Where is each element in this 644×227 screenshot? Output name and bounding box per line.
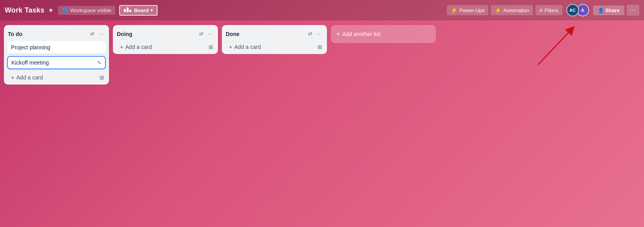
list-done: Done ⇄ ··· + Add a card ⊞: [222, 25, 327, 54]
plus-icon: +: [336, 31, 340, 38]
board-title: Work Tasks: [5, 6, 44, 14]
card-template-icon[interactable]: ⊞: [209, 44, 213, 50]
board-icon: [124, 7, 132, 13]
app-header: Work Tasks ★ 🌐 Workspace visible Board ▾…: [0, 0, 644, 20]
list-doing-header: Doing ⇄ ···: [113, 28, 218, 41]
board-area: To do ⇄ ··· Project planning Kickoff mee…: [0, 20, 644, 227]
more-options-button[interactable]: ···: [627, 5, 639, 16]
plus-icon: +: [120, 43, 123, 50]
card-title: Project planning: [11, 44, 50, 50]
add-card-button-done[interactable]: + Add a card: [226, 41, 264, 52]
add-card-label: Add a card: [16, 74, 43, 81]
plus-icon: +: [11, 74, 15, 81]
list-done-title: Done: [226, 31, 305, 37]
header-right: ⚡ Power-Ups ⚡ Automation ≡ Filters AC A …: [447, 4, 639, 16]
card-template-icon[interactable]: ⊞: [317, 44, 322, 50]
list-move-icon[interactable]: ⇄: [307, 30, 314, 38]
list-menu-icon[interactable]: ···: [316, 30, 323, 38]
add-card-label: Add a card: [125, 44, 152, 50]
list-doing-title: Doing: [117, 31, 196, 37]
list-todo: To do ⇄ ··· Project planning Kickoff mee…: [4, 25, 109, 85]
list-todo-header: To do ⇄ ···: [4, 28, 109, 41]
list-todo-title: To do: [8, 31, 87, 37]
card-edit-icon[interactable]: ✎: [97, 60, 102, 66]
share-button[interactable]: 👤 Share: [593, 5, 624, 15]
card-template-icon[interactable]: ⊞: [100, 74, 104, 81]
list-menu-icon[interactable]: ···: [98, 30, 105, 38]
plus-icon: +: [229, 43, 232, 50]
card-project-planning[interactable]: Project planning: [7, 41, 106, 54]
filter-icon: ≡: [539, 7, 542, 13]
share-icon: 👤: [598, 7, 604, 13]
add-list-label: Add another list: [342, 31, 380, 37]
board-btn-label: Board: [134, 7, 149, 13]
list-doing: Doing ⇄ ··· + Add a card ⊞: [113, 25, 218, 54]
star-icon[interactable]: ★: [47, 5, 55, 15]
list-move-icon[interactable]: ⇄: [198, 30, 205, 38]
filters-button[interactable]: ≡ Filters: [535, 5, 562, 15]
automation-button[interactable]: ⚡ Automation: [491, 5, 533, 15]
add-card-button-todo[interactable]: + Add a card: [8, 72, 46, 83]
powerups-icon: ⚡: [451, 7, 457, 13]
list-menu-icon[interactable]: ···: [207, 30, 214, 38]
avatar-group: AC A: [566, 4, 589, 16]
workspace-badge[interactable]: 🌐 Workspace visible: [58, 6, 115, 15]
power-ups-button[interactable]: ⚡ Power-Ups: [447, 5, 488, 15]
chevron-down-icon: ▾: [151, 8, 153, 13]
list-move-icon[interactable]: ⇄: [89, 30, 96, 38]
list-done-header: Done ⇄ ···: [222, 28, 327, 41]
add-card-button-doing[interactable]: + Add a card: [117, 41, 155, 52]
header-left: Work Tasks ★ 🌐 Workspace visible Board ▾: [5, 5, 444, 16]
add-list-button[interactable]: + Add another list: [331, 25, 436, 43]
card-title: Kickoff meeting: [11, 59, 49, 66]
add-card-label: Add a card: [234, 44, 261, 50]
board-button[interactable]: Board ▾: [119, 5, 158, 16]
globe-icon: 🌐: [62, 7, 68, 13]
automation-icon: ⚡: [495, 7, 501, 13]
card-kickoff-meeting[interactable]: Kickoff meeting ✎: [7, 56, 106, 69]
avatar-ac[interactable]: AC: [566, 4, 579, 16]
workspace-label: Workspace visible: [70, 7, 111, 13]
